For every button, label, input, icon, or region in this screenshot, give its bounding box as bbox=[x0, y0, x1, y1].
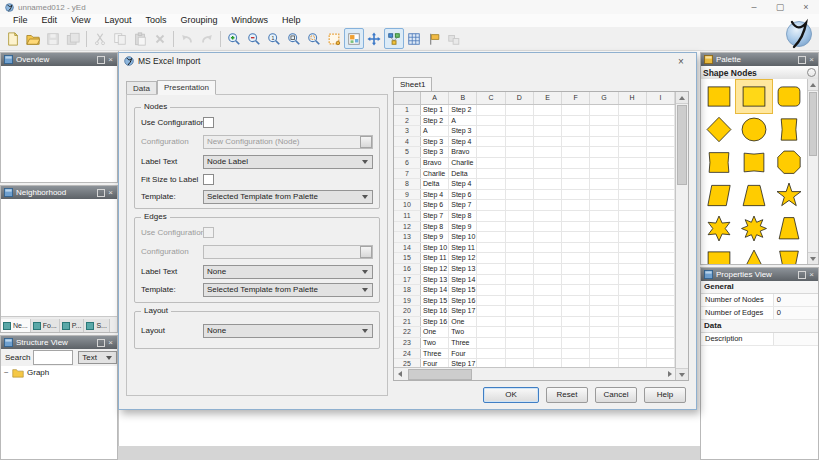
edge-template-combo[interactable]: Selected Template from Palette bbox=[203, 283, 373, 297]
menu-item-windows[interactable]: Windows bbox=[224, 14, 275, 27]
row-header[interactable]: 19 bbox=[394, 296, 421, 306]
table-cell[interactable] bbox=[506, 126, 534, 136]
table-cell[interactable] bbox=[647, 158, 675, 168]
row-header[interactable]: 9 bbox=[394, 190, 421, 200]
table-cell[interactable] bbox=[619, 296, 647, 306]
table-cell[interactable] bbox=[534, 296, 562, 306]
column-header-A[interactable]: A bbox=[421, 92, 449, 104]
table-cell[interactable] bbox=[506, 327, 534, 337]
maximize-button[interactable]: ▢ bbox=[767, 1, 793, 13]
table-cell[interactable] bbox=[619, 359, 647, 367]
row-header[interactable]: 18 bbox=[394, 285, 421, 295]
scroll-left-icon[interactable] bbox=[394, 369, 405, 380]
table-cell[interactable] bbox=[562, 253, 590, 263]
table-cell[interactable] bbox=[506, 105, 534, 115]
table-cell[interactable] bbox=[506, 275, 534, 285]
horizontal-scrollbar[interactable] bbox=[394, 367, 675, 380]
table-cell[interactable] bbox=[562, 137, 590, 147]
palette-shape-parallelogram[interactable] bbox=[701, 179, 736, 212]
table-cell[interactable] bbox=[619, 285, 647, 295]
table-cell[interactable] bbox=[590, 327, 618, 337]
float-panel-icon[interactable] bbox=[798, 271, 806, 279]
node-template-combo[interactable]: Selected Template from Palette bbox=[203, 190, 373, 204]
structure-panel-header[interactable]: Structure View × bbox=[1, 336, 117, 349]
tab-presentation[interactable]: Presentation bbox=[157, 80, 216, 95]
table-cell[interactable]: Three bbox=[421, 349, 449, 359]
table-cell[interactable]: Step 16 bbox=[421, 306, 449, 316]
table-cell[interactable] bbox=[647, 105, 675, 115]
use-configuration-checkbox[interactable] bbox=[203, 117, 214, 128]
table-cell[interactable]: Step 14 bbox=[449, 275, 477, 285]
fit-content-button[interactable] bbox=[284, 28, 304, 49]
close-panel-icon[interactable]: × bbox=[108, 188, 113, 197]
close-panel-icon[interactable]: × bbox=[108, 338, 113, 347]
table-cell[interactable]: Step 8 bbox=[449, 211, 477, 221]
table-cell[interactable] bbox=[590, 137, 618, 147]
table-cell[interactable] bbox=[534, 349, 562, 359]
table-cell[interactable]: Step 7 bbox=[421, 211, 449, 221]
select-area-button[interactable] bbox=[324, 28, 344, 49]
table-cell[interactable]: Step 12 bbox=[449, 253, 477, 263]
table-cell[interactable] bbox=[506, 169, 534, 179]
table-cell[interactable] bbox=[562, 243, 590, 253]
neighborhood-tab-1[interactable]: Fo... bbox=[31, 319, 60, 332]
palette-shape-triangle[interactable] bbox=[736, 245, 771, 264]
menu-item-view[interactable]: View bbox=[64, 14, 97, 27]
scrollbar-thumb[interactable] bbox=[408, 369, 472, 380]
table-cell[interactable] bbox=[590, 359, 618, 367]
column-header-G[interactable]: G bbox=[590, 92, 618, 104]
table-cell[interactable] bbox=[562, 179, 590, 189]
row-header[interactable]: 7 bbox=[394, 169, 421, 179]
vertical-scrollbar[interactable] bbox=[675, 92, 688, 380]
table-cell[interactable] bbox=[647, 137, 675, 147]
table-cell[interactable] bbox=[477, 200, 505, 210]
table-cell[interactable]: Step 8 bbox=[421, 222, 449, 232]
table-cell[interactable] bbox=[647, 359, 675, 367]
tree-item-graph[interactable]: − Graph bbox=[1, 366, 117, 379]
palette-shape-trapezoid-wide[interactable] bbox=[772, 245, 807, 264]
table-cell[interactable] bbox=[477, 137, 505, 147]
table-cell[interactable] bbox=[506, 137, 534, 147]
table-cell[interactable] bbox=[590, 338, 618, 348]
table-cell[interactable] bbox=[619, 137, 647, 147]
table-cell[interactable] bbox=[562, 190, 590, 200]
table-cell[interactable] bbox=[506, 116, 534, 126]
table-cell[interactable] bbox=[590, 116, 618, 126]
palette-shape-trapezoid[interactable] bbox=[736, 179, 771, 212]
table-cell[interactable]: Step 16 bbox=[421, 317, 449, 327]
scrollbar-thumb[interactable] bbox=[809, 92, 817, 156]
ok-button[interactable]: OK bbox=[483, 387, 539, 403]
neighborhood-tab-0[interactable]: Ne... bbox=[1, 319, 31, 332]
row-header[interactable]: 12 bbox=[394, 222, 421, 232]
row-header[interactable]: 1 bbox=[394, 105, 421, 115]
table-cell[interactable] bbox=[562, 116, 590, 126]
table-cell[interactable]: Step 17 bbox=[449, 359, 477, 367]
table-cell[interactable] bbox=[477, 190, 505, 200]
table-cell[interactable] bbox=[590, 179, 618, 189]
table-cell[interactable] bbox=[619, 190, 647, 200]
table-cell[interactable] bbox=[506, 222, 534, 232]
column-header-D[interactable]: D bbox=[506, 92, 534, 104]
table-cell[interactable] bbox=[619, 222, 647, 232]
row-header[interactable]: 21 bbox=[394, 317, 421, 327]
fit-size-checkbox[interactable] bbox=[203, 174, 214, 185]
table-cell[interactable] bbox=[619, 264, 647, 274]
table-cell[interactable] bbox=[590, 253, 618, 263]
float-panel-icon[interactable] bbox=[798, 56, 806, 64]
table-cell[interactable] bbox=[647, 306, 675, 316]
table-cell[interactable]: Four bbox=[449, 349, 477, 359]
table-cell[interactable]: Step 4 bbox=[449, 179, 477, 189]
node-label-text-combo[interactable]: Node Label bbox=[203, 155, 373, 169]
table-cell[interactable] bbox=[477, 359, 505, 367]
table-cell[interactable]: Step 13 bbox=[421, 275, 449, 285]
scroll-down-icon[interactable] bbox=[676, 368, 688, 380]
dialog-title-bar[interactable]: MS Excel Import × bbox=[119, 53, 696, 69]
table-cell[interactable] bbox=[590, 264, 618, 274]
row-header[interactable]: 3 bbox=[394, 126, 421, 136]
table-cell[interactable] bbox=[590, 147, 618, 157]
table-cell[interactable] bbox=[590, 169, 618, 179]
row-header[interactable]: 23 bbox=[394, 338, 421, 348]
float-panel-icon[interactable] bbox=[97, 339, 105, 347]
table-cell[interactable]: Step 4 bbox=[421, 190, 449, 200]
table-cell[interactable] bbox=[619, 349, 647, 359]
